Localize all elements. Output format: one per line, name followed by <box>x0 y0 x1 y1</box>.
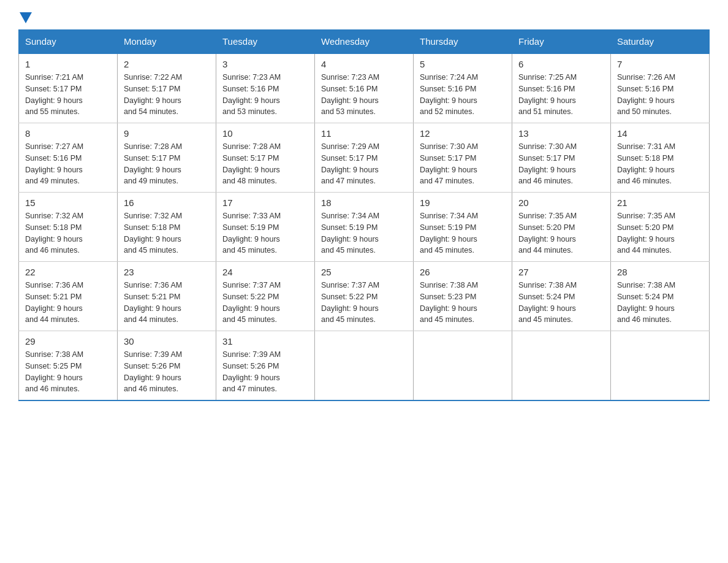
day-cell <box>611 331 710 401</box>
day-cell: 29Sunrise: 7:38 AMSunset: 5:25 PMDayligh… <box>19 331 118 401</box>
day-cell: 24Sunrise: 7:37 AMSunset: 5:22 PMDayligh… <box>216 262 315 331</box>
col-wednesday: Wednesday <box>315 30 414 54</box>
day-info: Sunrise: 7:36 AMSunset: 5:21 PMDaylight:… <box>25 280 111 326</box>
day-number: 9 <box>124 128 210 139</box>
day-cell: 21Sunrise: 7:35 AMSunset: 5:20 PMDayligh… <box>611 193 710 262</box>
day-info: Sunrise: 7:39 AMSunset: 5:26 PMDaylight:… <box>124 349 210 395</box>
day-info: Sunrise: 7:27 AMSunset: 5:16 PMDaylight:… <box>25 141 111 187</box>
calendar-body: 1Sunrise: 7:21 AMSunset: 5:17 PMDaylight… <box>19 53 710 400</box>
calendar-header: Sunday Monday Tuesday Wednesday Thursday… <box>19 30 710 54</box>
day-cell: 30Sunrise: 7:39 AMSunset: 5:26 PMDayligh… <box>118 331 216 401</box>
week-row-3: 15Sunrise: 7:32 AMSunset: 5:18 PMDayligh… <box>19 193 710 262</box>
day-cell <box>315 331 414 401</box>
day-info: Sunrise: 7:28 AMSunset: 5:17 PMDaylight:… <box>124 141 210 187</box>
day-number: 4 <box>321 59 407 69</box>
day-number: 28 <box>617 267 703 277</box>
day-number: 31 <box>222 336 308 347</box>
day-number: 14 <box>617 128 703 139</box>
day-number: 30 <box>124 336 210 347</box>
day-cell: 22Sunrise: 7:36 AMSunset: 5:21 PMDayligh… <box>19 262 118 331</box>
col-saturday: Saturday <box>611 30 710 54</box>
day-number: 10 <box>222 128 308 139</box>
day-number: 8 <box>25 128 111 139</box>
day-info: Sunrise: 7:30 AMSunset: 5:17 PMDaylight:… <box>518 141 604 187</box>
day-info: Sunrise: 7:32 AMSunset: 5:18 PMDaylight:… <box>124 210 210 256</box>
week-row-2: 8Sunrise: 7:27 AMSunset: 5:16 PMDaylight… <box>19 123 710 193</box>
col-monday: Monday <box>118 30 216 54</box>
header-row: Sunday Monday Tuesday Wednesday Thursday… <box>19 30 710 54</box>
day-info: Sunrise: 7:29 AMSunset: 5:17 PMDaylight:… <box>321 141 407 187</box>
day-info: Sunrise: 7:38 AMSunset: 5:23 PMDaylight:… <box>420 280 506 326</box>
day-number: 16 <box>124 197 210 208</box>
day-info: Sunrise: 7:35 AMSunset: 5:20 PMDaylight:… <box>518 210 604 256</box>
day-cell: 6Sunrise: 7:25 AMSunset: 5:16 PMDaylight… <box>512 53 611 123</box>
day-number: 5 <box>420 59 506 69</box>
day-info: Sunrise: 7:24 AMSunset: 5:16 PMDaylight:… <box>420 72 506 118</box>
header <box>18 12 710 23</box>
day-cell: 20Sunrise: 7:35 AMSunset: 5:20 PMDayligh… <box>512 193 611 262</box>
day-cell: 25Sunrise: 7:37 AMSunset: 5:22 PMDayligh… <box>315 262 414 331</box>
day-number: 23 <box>124 267 210 277</box>
day-cell: 31Sunrise: 7:39 AMSunset: 5:26 PMDayligh… <box>216 331 315 401</box>
day-info: Sunrise: 7:37 AMSunset: 5:22 PMDaylight:… <box>321 280 407 326</box>
day-info: Sunrise: 7:32 AMSunset: 5:18 PMDaylight:… <box>25 210 111 256</box>
week-row-1: 1Sunrise: 7:21 AMSunset: 5:17 PMDaylight… <box>19 53 710 123</box>
day-cell: 16Sunrise: 7:32 AMSunset: 5:18 PMDayligh… <box>118 193 216 262</box>
day-info: Sunrise: 7:38 AMSunset: 5:25 PMDaylight:… <box>25 349 111 395</box>
day-cell: 23Sunrise: 7:36 AMSunset: 5:21 PMDayligh… <box>118 262 216 331</box>
day-info: Sunrise: 7:38 AMSunset: 5:24 PMDaylight:… <box>518 280 604 326</box>
day-number: 2 <box>124 59 210 69</box>
day-cell <box>414 331 512 401</box>
week-row-5: 29Sunrise: 7:38 AMSunset: 5:25 PMDayligh… <box>19 331 710 401</box>
day-number: 3 <box>222 59 308 69</box>
day-cell: 27Sunrise: 7:38 AMSunset: 5:24 PMDayligh… <box>512 262 611 331</box>
day-number: 17 <box>222 197 308 208</box>
col-sunday: Sunday <box>19 30 118 54</box>
day-info: Sunrise: 7:23 AMSunset: 5:16 PMDaylight:… <box>222 72 308 118</box>
day-cell: 14Sunrise: 7:31 AMSunset: 5:18 PMDayligh… <box>611 123 710 193</box>
day-cell: 2Sunrise: 7:22 AMSunset: 5:17 PMDaylight… <box>118 53 216 123</box>
col-friday: Friday <box>512 30 611 54</box>
day-info: Sunrise: 7:34 AMSunset: 5:19 PMDaylight:… <box>321 210 407 256</box>
day-info: Sunrise: 7:28 AMSunset: 5:17 PMDaylight:… <box>222 141 308 187</box>
day-info: Sunrise: 7:31 AMSunset: 5:18 PMDaylight:… <box>617 141 703 187</box>
day-cell: 17Sunrise: 7:33 AMSunset: 5:19 PMDayligh… <box>216 193 315 262</box>
day-number: 22 <box>25 267 111 277</box>
day-number: 1 <box>25 59 111 69</box>
day-cell: 13Sunrise: 7:30 AMSunset: 5:17 PMDayligh… <box>512 123 611 193</box>
day-info: Sunrise: 7:23 AMSunset: 5:16 PMDaylight:… <box>321 72 407 118</box>
day-info: Sunrise: 7:26 AMSunset: 5:16 PMDaylight:… <box>617 72 703 118</box>
day-number: 25 <box>321 267 407 277</box>
day-cell: 26Sunrise: 7:38 AMSunset: 5:23 PMDayligh… <box>414 262 512 331</box>
day-cell: 4Sunrise: 7:23 AMSunset: 5:16 PMDaylight… <box>315 53 414 123</box>
day-cell: 1Sunrise: 7:21 AMSunset: 5:17 PMDaylight… <box>19 53 118 123</box>
day-info: Sunrise: 7:22 AMSunset: 5:17 PMDaylight:… <box>124 72 210 118</box>
day-info: Sunrise: 7:35 AMSunset: 5:20 PMDaylight:… <box>617 210 703 256</box>
day-cell: 5Sunrise: 7:24 AMSunset: 5:16 PMDaylight… <box>414 53 512 123</box>
day-number: 7 <box>617 59 703 69</box>
logo-triangle-icon <box>20 12 32 23</box>
day-number: 20 <box>518 197 604 208</box>
day-cell: 19Sunrise: 7:34 AMSunset: 5:19 PMDayligh… <box>414 193 512 262</box>
day-info: Sunrise: 7:34 AMSunset: 5:19 PMDaylight:… <box>420 210 506 256</box>
day-cell: 12Sunrise: 7:30 AMSunset: 5:17 PMDayligh… <box>414 123 512 193</box>
day-cell: 10Sunrise: 7:28 AMSunset: 5:17 PMDayligh… <box>216 123 315 193</box>
day-number: 29 <box>25 336 111 347</box>
day-number: 15 <box>25 197 111 208</box>
day-info: Sunrise: 7:30 AMSunset: 5:17 PMDaylight:… <box>420 141 506 187</box>
day-info: Sunrise: 7:38 AMSunset: 5:24 PMDaylight:… <box>617 280 703 326</box>
day-info: Sunrise: 7:36 AMSunset: 5:21 PMDaylight:… <box>124 280 210 326</box>
day-number: 27 <box>518 267 604 277</box>
day-number: 18 <box>321 197 407 208</box>
calendar-table: Sunday Monday Tuesday Wednesday Thursday… <box>18 29 710 401</box>
day-number: 24 <box>222 267 308 277</box>
day-cell: 3Sunrise: 7:23 AMSunset: 5:16 PMDaylight… <box>216 53 315 123</box>
day-number: 6 <box>518 59 604 69</box>
day-cell: 18Sunrise: 7:34 AMSunset: 5:19 PMDayligh… <box>315 193 414 262</box>
day-info: Sunrise: 7:21 AMSunset: 5:17 PMDaylight:… <box>25 72 111 118</box>
day-number: 19 <box>420 197 506 208</box>
day-cell <box>512 331 611 401</box>
day-cell: 9Sunrise: 7:28 AMSunset: 5:17 PMDaylight… <box>118 123 216 193</box>
day-cell: 8Sunrise: 7:27 AMSunset: 5:16 PMDaylight… <box>19 123 118 193</box>
day-number: 12 <box>420 128 506 139</box>
